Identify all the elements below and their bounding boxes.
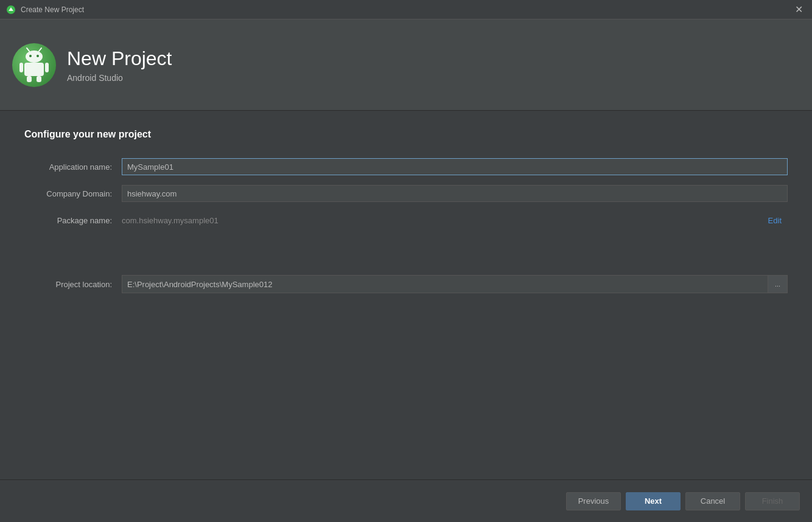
dialog-title: New Project — [67, 47, 172, 70]
android-studio-logo — [12, 43, 56, 87]
logo-svg — [12, 43, 56, 87]
dialog-subtitle: Android Studio — [67, 73, 172, 83]
section-title: Configure your new project — [24, 129, 788, 140]
dialog-header: New Project Android Studio — [0, 19, 812, 111]
svg-rect-11 — [37, 76, 41, 82]
main-content: Configure your new project Application n… — [0, 111, 812, 321]
svg-point-4 — [37, 55, 39, 57]
svg-rect-7 — [24, 63, 44, 76]
svg-rect-10 — [27, 76, 32, 82]
company-domain-row: Company Domain: — [24, 185, 788, 202]
spacer — [24, 238, 788, 275]
close-button[interactable]: ✕ — [791, 2, 806, 17]
project-location-row: Project location: ... — [24, 275, 788, 293]
application-name-label: Application name: — [24, 162, 122, 172]
title-bar: Create New Project ✕ — [0, 0, 812, 19]
edit-package-link[interactable]: Edit — [762, 216, 788, 225]
package-value-container: com.hsiehway.mysample01 Edit — [122, 212, 788, 229]
application-name-row: Application name: — [24, 158, 788, 175]
browse-button[interactable]: ... — [768, 276, 787, 293]
package-name-value: com.hsiehway.mysample01 — [122, 212, 762, 229]
project-location-label: Project location: — [24, 280, 122, 289]
svg-line-5 — [27, 48, 29, 51]
svg-point-2 — [26, 50, 43, 63]
cancel-button[interactable]: Cancel — [685, 492, 740, 510]
previous-button[interactable]: Previous — [566, 492, 621, 510]
bottom-navigation: Previous Next Cancel Finish — [0, 479, 812, 522]
application-name-input[interactable] — [122, 158, 788, 175]
svg-point-3 — [29, 55, 32, 57]
form-container: Application name: Company Domain: Packag… — [24, 158, 788, 293]
package-name-label: Package name: — [24, 216, 122, 225]
company-domain-label: Company Domain: — [24, 189, 122, 198]
svg-line-6 — [39, 48, 41, 51]
package-name-row: Package name: com.hsiehway.mysample01 Ed… — [24, 212, 788, 229]
title-bar-left: Create New Project — [6, 5, 84, 15]
title-bar-title: Create New Project — [21, 5, 84, 14]
header-text: New Project Android Studio — [67, 47, 172, 82]
svg-rect-8 — [19, 63, 23, 72]
next-button[interactable]: Next — [626, 492, 681, 510]
project-location-container: ... — [122, 275, 788, 293]
company-domain-input[interactable] — [122, 185, 788, 202]
svg-rect-9 — [45, 63, 49, 72]
finish-button[interactable]: Finish — [745, 492, 800, 510]
project-location-input[interactable] — [122, 276, 768, 293]
app-icon — [6, 5, 16, 15]
